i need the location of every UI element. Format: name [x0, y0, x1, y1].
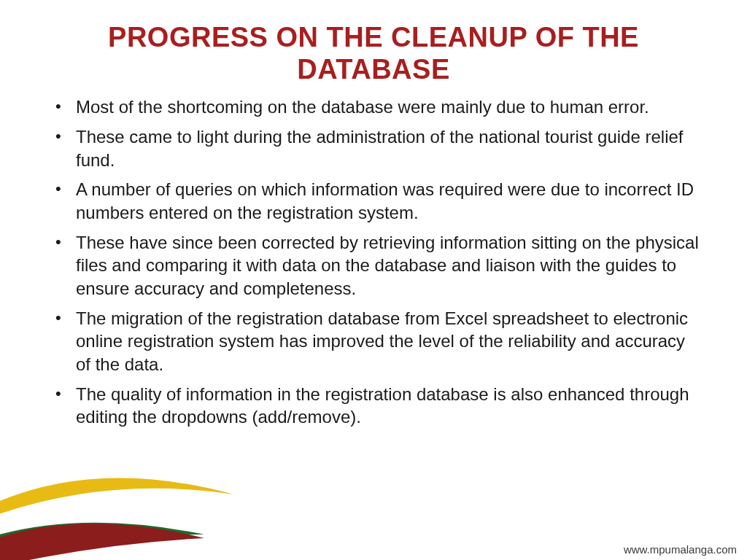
list-item: Most of the shortcoming on the database … [76, 96, 703, 119]
list-item: These came to light during the administr… [76, 125, 703, 171]
list-item: These have since been corrected by retri… [76, 231, 703, 300]
bullet-list: Most of the shortcoming on the database … [44, 96, 703, 429]
swoosh-yellow-icon [0, 443, 233, 531]
swoosh-green-icon [0, 494, 204, 560]
slide-title: PROGRESS ON THE CLEANUP OF THE DATABASE [44, 22, 703, 85]
swoosh-maroon-icon [0, 480, 204, 560]
list-item: A number of queries on which information… [76, 178, 703, 224]
list-item: The migration of the registration databa… [76, 307, 703, 376]
list-item: The quality of information in the regist… [76, 383, 703, 429]
slide: PROGRESS ON THE CLEANUP OF THE DATABASE … [0, 0, 747, 560]
footer-url: www.mpumalanga.com [624, 543, 737, 556]
